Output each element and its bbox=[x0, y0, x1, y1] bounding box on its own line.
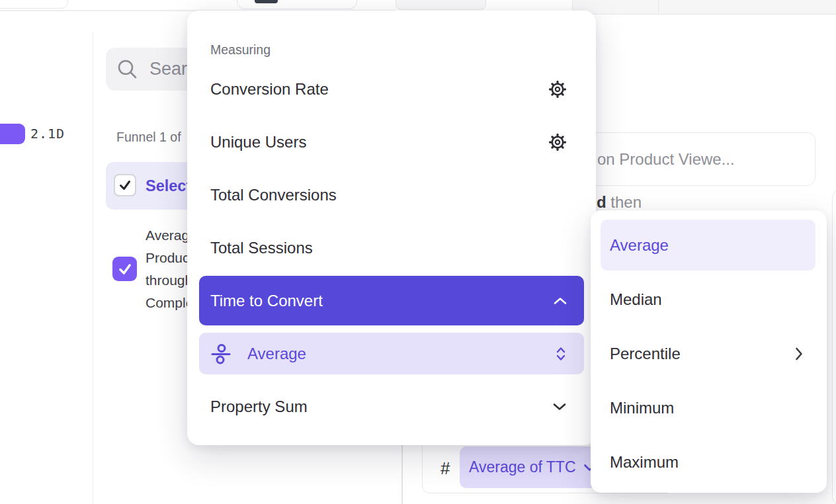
agg-item-label: Percentile bbox=[610, 345, 681, 363]
agg-item-minimum[interactable]: Minimum bbox=[591, 381, 827, 435]
measuring-dropdown: Measuring Conversion Rate Unique Users bbox=[187, 11, 596, 445]
menu-item-label: Average bbox=[247, 345, 306, 363]
agg-item-label: Median bbox=[610, 290, 662, 309]
funnel-step-tag-label: 2.1D bbox=[30, 124, 65, 144]
metric-description: Average Product through Completed bbox=[146, 224, 187, 315]
menu-item-total-conversions[interactable]: Total Conversions bbox=[187, 169, 596, 222]
agg-item-percentile[interactable]: Percentile bbox=[591, 327, 827, 381]
aggregation-dropdown: Average Median Percentile Minimum Maximu… bbox=[591, 210, 827, 493]
agg-item-label: Maximum bbox=[610, 453, 679, 472]
menu-item-average-aggregation[interactable]: Average bbox=[199, 333, 584, 374]
funnel-step-tag[interactable] bbox=[0, 124, 25, 144]
search-icon bbox=[116, 58, 139, 81]
agg-item-median[interactable]: Median bbox=[591, 273, 827, 327]
agg-item-maximum[interactable]: Maximum bbox=[591, 435, 827, 489]
menu-item-time-to-convert[interactable]: Time to Convert bbox=[199, 276, 584, 325]
average-divide-icon bbox=[210, 343, 231, 364]
top-button-secondary[interactable] bbox=[396, 0, 486, 10]
toolbar-dark-icon bbox=[255, 0, 278, 3]
app-root: 2.1D Funnel 1 of Selected Average Produc… bbox=[0, 0, 836, 504]
metric-description-line: Completed bbox=[146, 292, 187, 314]
menu-item-unique-users[interactable]: Unique Users bbox=[187, 116, 596, 169]
menu-item-label: Unique Users bbox=[210, 133, 306, 151]
menu-item-label: Total Conversions bbox=[210, 186, 337, 204]
agg-item-average[interactable]: Average bbox=[601, 220, 815, 271]
menu-item-label: Conversion Rate bbox=[210, 80, 329, 99]
metric-checkbox[interactable] bbox=[112, 257, 137, 281]
menu-item-label: Time to Convert bbox=[210, 292, 323, 310]
metric-pill-label: Average of TTC bbox=[469, 458, 576, 476]
top-right-tab-right[interactable] bbox=[658, 0, 836, 15]
menu-item-total-sessions[interactable]: Total Sessions bbox=[187, 222, 596, 274]
chevron-down-icon bbox=[553, 403, 566, 411]
sort-updown-icon bbox=[555, 346, 567, 362]
checkmark-icon bbox=[117, 261, 133, 277]
metric-description-line: Average bbox=[146, 224, 187, 247]
chevron-up-icon bbox=[554, 297, 567, 305]
menu-item-conversion-rate[interactable]: Conversion Rate bbox=[187, 63, 596, 116]
gear-icon[interactable] bbox=[549, 134, 566, 151]
menu-item-label: Property Sum bbox=[210, 398, 308, 416]
metric-description-line: through bbox=[146, 269, 187, 292]
and-then-rest: then bbox=[606, 193, 642, 211]
agg-item-label: Average bbox=[610, 236, 669, 255]
funnel-counter-label: Funnel 1 of bbox=[116, 130, 181, 145]
chevron-right-icon bbox=[795, 347, 803, 360]
next-card-corner bbox=[832, 189, 836, 504]
event-card-label: on Product Viewe... bbox=[597, 132, 735, 186]
gear-icon[interactable] bbox=[549, 81, 566, 98]
menu-item-label: Total Sessions bbox=[210, 239, 313, 257]
metric-type-symbol: # bbox=[440, 444, 450, 493]
step-checkbox[interactable] bbox=[114, 174, 136, 196]
top-left-partial-card[interactable] bbox=[0, 0, 68, 9]
agg-item-label: Minimum bbox=[610, 399, 674, 417]
metric-pill[interactable]: Average of TTC bbox=[460, 446, 600, 488]
left-panel-divider bbox=[93, 32, 94, 504]
checkmark-icon bbox=[118, 178, 132, 192]
menu-item-property-sum[interactable]: Property Sum bbox=[187, 380, 596, 433]
metric-description-line: Product bbox=[146, 247, 187, 269]
measuring-header: Measuring bbox=[210, 42, 271, 58]
